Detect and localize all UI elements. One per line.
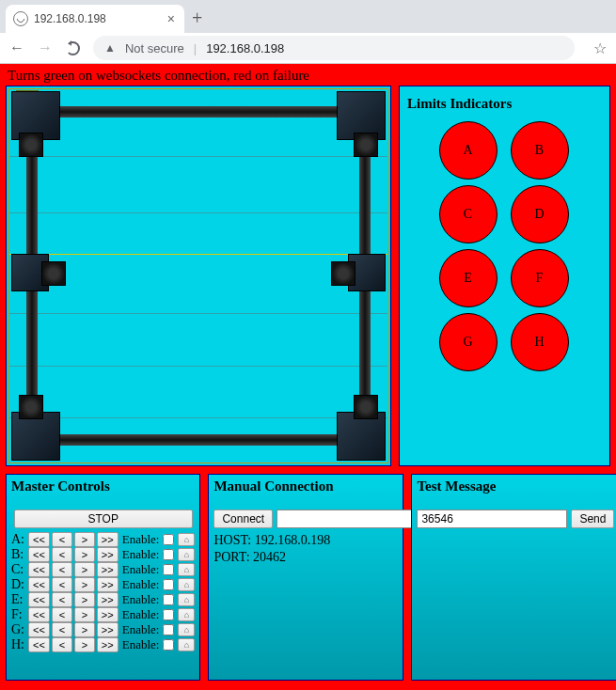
axis-row-d: D:<<<>>>Enable:⌂	[11, 577, 195, 592]
axis-rewind-fast-button[interactable]: <<	[28, 607, 50, 622]
motor-corner	[337, 412, 386, 461]
axis-forward-fast-button[interactable]: >>	[97, 562, 118, 577]
motor-corner	[11, 91, 60, 140]
master-controls-panel: Master Controls STOP A:<<<>>>Enable:⌂B:<…	[6, 474, 200, 681]
axis-rewind-fast-button[interactable]: <<	[28, 562, 50, 577]
enable-label: Enable:	[122, 562, 160, 577]
browser-tab[interactable]: 192.168.0.198 ×	[6, 5, 184, 33]
axis-enable-checkbox[interactable]	[163, 534, 174, 545]
connect-button[interactable]: Connect	[213, 510, 273, 528]
axis-forward-fast-button[interactable]: >>	[97, 622, 118, 637]
tab-title: 192.168.0.198	[34, 12, 106, 25]
axis-label: F:	[11, 607, 26, 622]
axis-forward-fast-button[interactable]: >>	[97, 577, 118, 592]
axis-forward-button[interactable]: >	[74, 592, 95, 607]
limit-led-a: A	[439, 121, 498, 180]
axis-rewind-button[interactable]: <	[52, 547, 72, 562]
connect-input[interactable]	[276, 510, 427, 528]
manual-connection-panel: Manual Connection Connect HOST: 192.168.…	[208, 474, 403, 681]
axis-rewind-fast-button[interactable]: <<	[28, 547, 50, 562]
axis-enable-checkbox[interactable]	[163, 564, 174, 575]
axis-home-button[interactable]: ⌂	[178, 548, 195, 561]
axis-row-b: B:<<<>>>Enable:⌂	[11, 547, 195, 562]
axis-forward-fast-button[interactable]: >>	[97, 532, 118, 547]
test-input[interactable]	[417, 510, 567, 528]
machine-view-panel	[6, 86, 391, 466]
axis-forward-button[interactable]: >	[74, 622, 95, 637]
axis-enable-checkbox[interactable]	[163, 624, 174, 635]
axis-rewind-fast-button[interactable]: <<	[28, 577, 50, 592]
limit-led-h: H	[511, 313, 569, 371]
enable-label: Enable:	[122, 607, 160, 622]
enable-label: Enable:	[122, 622, 160, 637]
axis-rewind-button[interactable]: <	[52, 532, 72, 547]
axis-enable-checkbox[interactable]	[163, 609, 174, 620]
limits-title: Limits Indicators	[407, 96, 602, 112]
limit-led-e: E	[439, 249, 498, 307]
master-title: Master Controls	[11, 478, 195, 494]
axis-forward-button[interactable]: >	[74, 562, 95, 577]
axis-forward-fast-button[interactable]: >>	[97, 592, 118, 607]
axis-label: C:	[11, 562, 26, 577]
axis-home-button[interactable]: ⌂	[178, 623, 195, 636]
axis-home-button[interactable]: ⌂	[178, 563, 195, 576]
axis-forward-button[interactable]: >	[74, 637, 95, 652]
url-text: 192.168.0.198	[206, 41, 284, 55]
tab-strip: 192.168.0.198 × +	[0, 0, 616, 33]
axis-forward-button[interactable]: >	[74, 532, 95, 547]
axis-forward-button[interactable]: >	[74, 547, 95, 562]
address-bar[interactable]: ▲ Not secure | 192.168.0.198	[93, 36, 575, 60]
axis-forward-fast-button[interactable]: >>	[97, 547, 118, 562]
axis-label: B:	[11, 547, 26, 562]
reload-button[interactable]	[66, 41, 80, 55]
enable-label: Enable:	[122, 637, 160, 652]
axis-home-button[interactable]: ⌂	[178, 608, 195, 621]
globe-icon	[13, 11, 28, 26]
host-line: HOST: 192.168.0.198	[213, 532, 398, 549]
axis-forward-button[interactable]: >	[74, 607, 95, 622]
axis-rewind-button[interactable]: <	[52, 592, 72, 607]
stop-button[interactable]: STOP	[14, 510, 193, 528]
motor-mid	[11, 254, 49, 291]
axis-enable-checkbox[interactable]	[163, 639, 174, 651]
axis-row-h: H:<<<>>>Enable:⌂	[11, 637, 195, 652]
bookmark-icon[interactable]: ☆	[593, 39, 607, 57]
axis-row-f: F:<<<>>>Enable:⌂	[11, 607, 195, 622]
enable-label: Enable:	[122, 547, 160, 562]
limit-led-d: D	[511, 185, 569, 243]
axis-enable-checkbox[interactable]	[163, 549, 174, 560]
axis-forward-button[interactable]: >	[74, 577, 95, 592]
not-secure-icon: ▲	[104, 41, 116, 55]
axis-rewind-fast-button[interactable]: <<	[28, 592, 50, 607]
axis-label: G:	[11, 622, 26, 637]
back-button[interactable]: ←	[9, 39, 24, 56]
axis-forward-fast-button[interactable]: >>	[97, 607, 118, 622]
machine-canvas[interactable]	[8, 88, 388, 463]
axis-home-button[interactable]: ⌂	[178, 578, 195, 591]
axis-rewind-fast-button[interactable]: <<	[28, 532, 50, 547]
axis-home-button[interactable]: ⌂	[178, 638, 195, 651]
axis-home-button[interactable]: ⌂	[178, 533, 195, 546]
axis-row-g: G:<<<>>>Enable:⌂	[11, 622, 195, 637]
toolbar: ← → ▲ Not secure | 192.168.0.198 ☆	[0, 33, 616, 64]
enable-label: Enable:	[122, 577, 160, 592]
axis-label: H:	[11, 637, 26, 652]
axis-forward-fast-button[interactable]: >>	[97, 637, 118, 652]
axis-home-button[interactable]: ⌂	[178, 593, 195, 606]
axis-rewind-button[interactable]: <	[52, 622, 72, 637]
enable-label: Enable:	[122, 592, 160, 607]
axis-row-e: E:<<<>>>Enable:⌂	[11, 592, 195, 607]
axis-rewind-button[interactable]: <	[52, 562, 72, 577]
page-body: Turns green on websockets connection, re…	[0, 64, 616, 690]
enable-label: Enable:	[122, 532, 160, 547]
close-icon[interactable]: ×	[167, 11, 175, 26]
axis-rewind-button[interactable]: <	[52, 637, 72, 652]
axis-enable-checkbox[interactable]	[163, 594, 174, 605]
new-tab-button[interactable]: +	[184, 8, 212, 33]
axis-rewind-button[interactable]: <	[52, 607, 72, 622]
axis-enable-checkbox[interactable]	[163, 579, 174, 590]
axis-rewind-fast-button[interactable]: <<	[28, 637, 50, 652]
axis-rewind-button[interactable]: <	[52, 577, 72, 592]
send-button[interactable]: Send	[571, 510, 614, 528]
axis-rewind-fast-button[interactable]: <<	[28, 622, 50, 637]
